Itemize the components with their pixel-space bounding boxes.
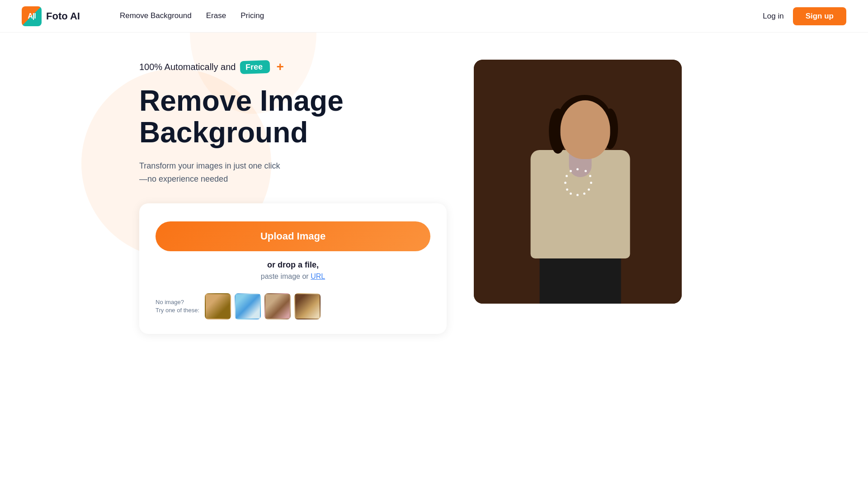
person-figure <box>517 87 644 304</box>
sample-image-3[interactable] <box>264 293 291 319</box>
spinner-dot-12 <box>570 170 572 172</box>
nav-left: A|I Foto AI Remove Background Erase Pric… <box>22 0 286 33</box>
spinner-dots <box>564 168 591 195</box>
hero-subtitle: Transform your images in just one click—… <box>139 160 338 186</box>
plus-icon: + <box>277 60 284 74</box>
logo[interactable]: A|I Foto AI <box>22 6 80 26</box>
hero-title: Remove Image Background <box>139 85 447 149</box>
spinner-dot-1 <box>576 168 579 170</box>
free-badge-label: Free <box>240 60 270 74</box>
spinner-dot-8 <box>570 192 572 195</box>
drop-text: or drop a file, <box>156 260 430 270</box>
sample-label: No image? Try one of these: <box>156 298 199 314</box>
spinner-dot-11 <box>566 175 568 177</box>
sample-row: No image? Try one of these: <box>156 293 430 319</box>
url-link[interactable]: URL <box>311 272 325 280</box>
spinner-dot-2 <box>585 170 587 172</box>
logo-icon: A|I <box>22 6 42 26</box>
hero-badge: 100% Automatically and Free + <box>139 60 447 74</box>
sample-image-4[interactable] <box>294 293 321 319</box>
person-torso <box>531 150 630 258</box>
sample-images <box>205 293 321 319</box>
spinner-dot-5 <box>588 188 590 191</box>
nav-right: Log in Sign up <box>763 7 846 25</box>
main-content: 100% Automatically and Free + Remove Ima… <box>118 33 750 352</box>
hero-title-line1: Remove Image <box>139 84 344 117</box>
signup-button[interactable]: Sign up <box>793 7 846 25</box>
navbar: A|I Foto AI Remove Background Erase Pric… <box>0 0 868 33</box>
free-badge: Free <box>240 61 270 74</box>
paste-text: paste image or URL <box>156 272 430 281</box>
upload-box: Upload Image or drop a file, paste image… <box>139 203 447 334</box>
hero-title-line2: Background <box>139 116 308 149</box>
image-preview <box>474 60 682 304</box>
nav-pricing[interactable]: Pricing <box>241 11 264 20</box>
loading-spinner <box>564 168 591 195</box>
brand-name: Foto AI <box>46 10 80 22</box>
nav-links: Remove Background Erase Pricing <box>98 0 286 33</box>
spinner-dot-10 <box>564 182 566 184</box>
spinner-dot-6 <box>583 192 585 195</box>
spinner-dot-3 <box>589 175 591 177</box>
right-column <box>474 60 682 304</box>
nav-remove-background[interactable]: Remove Background <box>120 11 192 20</box>
sample-image-1[interactable] <box>205 293 231 319</box>
spinner-dot-4 <box>590 182 592 184</box>
sample-image-2[interactable] <box>235 293 261 319</box>
badge-prefix-text: 100% Automatically and <box>139 62 236 72</box>
nav-erase[interactable]: Erase <box>206 11 226 20</box>
person-head <box>561 100 610 159</box>
paste-label: paste image or <box>261 272 309 280</box>
spinner-dot-9 <box>566 188 568 191</box>
upload-image-button[interactable]: Upload Image <box>156 221 430 251</box>
login-button[interactable]: Log in <box>763 12 783 21</box>
spinner-dot-7 <box>576 194 579 196</box>
logo-letters: A|I <box>28 12 35 20</box>
